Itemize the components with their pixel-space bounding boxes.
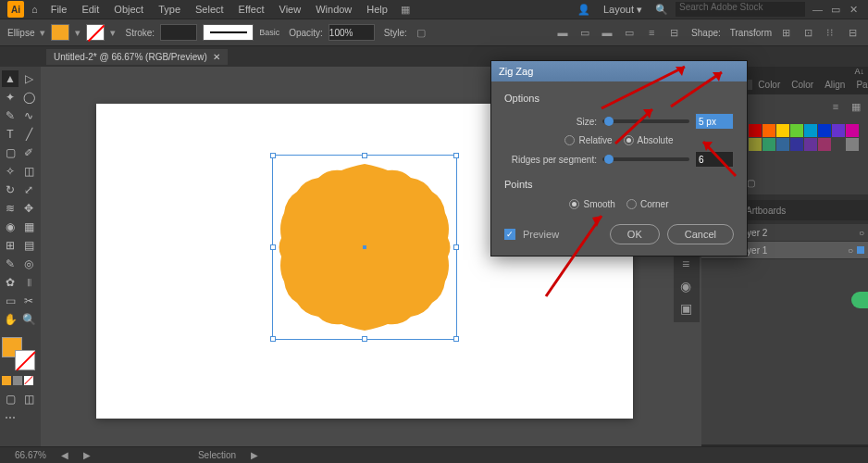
swatch[interactable] [846,124,859,137]
align-icon[interactable]: ▭ [621,24,638,41]
screen-mode-tool[interactable]: ▢ [2,391,19,407]
resize-handle[interactable] [270,153,276,158]
resize-handle[interactable] [453,153,459,158]
free-transform-tool[interactable]: ✥ [20,200,37,217]
minimize-icon[interactable]: — [812,4,824,15]
curvature-tool[interactable]: ∿ [20,107,37,124]
swatch[interactable] [790,124,803,137]
menu-select[interactable]: Select [190,2,229,17]
resize-handle[interactable] [453,336,459,342]
tab-pathfinder[interactable]: Pathfi [850,80,868,90]
align-icon[interactable]: ▭ [577,24,593,41]
tab-artboards[interactable]: Artboards [740,206,791,216]
tab-align[interactable]: Align [819,80,850,90]
line-tool[interactable]: ╱ [20,126,37,143]
zoom-level[interactable]: 66.67% [7,450,54,460]
shaper-tool[interactable]: ✧ [2,163,19,180]
tab-close-icon[interactable]: ✕ [213,52,220,62]
grid-view-icon[interactable]: ▦ [848,98,864,115]
absolute-radio[interactable]: Absolute [624,135,674,145]
resize-handle[interactable] [453,244,459,250]
color-mode-toggles[interactable] [2,376,39,385]
menu-file[interactable]: File [45,2,73,17]
maximize-icon[interactable]: ▭ [831,4,842,15]
eraser-tool[interactable]: ◫ [20,163,37,180]
symbol-tool[interactable]: ✿ [2,274,19,291]
align-icon[interactable]: ▬ [599,24,615,41]
list-view-icon[interactable]: ≡ [827,98,844,115]
scale-tool[interactable]: ⤢ [20,181,37,198]
menu-effect[interactable]: Effect [233,2,270,17]
tab-color2[interactable]: Color [786,80,819,90]
swatch[interactable] [776,124,789,137]
stroke-swatch[interactable] [86,24,105,41]
slice-tool[interactable]: ✂ [20,293,37,309]
swatch[interactable] [832,138,845,151]
smooth-radio[interactable]: Smooth [569,199,614,209]
nav-icon[interactable]: ◀ [54,450,76,460]
swatch[interactable] [763,124,775,137]
size-slider[interactable] [602,119,689,123]
close-icon[interactable]: ✕ [849,4,861,15]
align-left-icon[interactable]: ▬ [554,24,571,41]
menu-help[interactable]: Help [361,2,393,17]
swatch[interactable] [749,124,762,137]
expand-icon[interactable]: ⊟ [844,24,861,41]
graphic-styles-icon[interactable]: ▣ [676,298,696,319]
dropdown-icon[interactable]: ▾ [40,27,45,39]
resize-handle[interactable] [270,336,276,342]
perspective-tool[interactable]: ▦ [20,219,37,235]
swatch[interactable] [776,138,789,151]
fill-stroke-selector[interactable] [2,337,35,370]
resize-handle[interactable] [270,244,276,250]
panel-chevron-icon[interactable]: A↓ [854,67,864,74]
shape-builder-tool[interactable]: ◉ [2,219,19,235]
zoom-tool[interactable]: 🔍 [20,311,37,328]
target-icon[interactable]: ○ [859,228,864,238]
menu-object[interactable]: Object [108,2,149,17]
rectangle-tool[interactable]: ▢ [2,144,19,161]
lasso-tool[interactable]: ◯ [20,89,37,106]
pref-icon[interactable]: ⁝⁝ [822,24,838,41]
swatch[interactable] [804,124,817,137]
search-input[interactable]: Search Adobe Stock [676,2,805,17]
align-icon[interactable]: ≡ [643,24,660,41]
isolate-icon[interactable]: ⊞ [777,24,794,41]
menu-window[interactable]: Window [310,2,357,17]
artboard-tool[interactable]: ▭ [2,293,19,309]
blend-tool[interactable]: ◎ [20,256,37,272]
dialog-titlebar[interactable]: Zig Zag [491,61,747,81]
corner-radio[interactable]: Corner [626,199,669,209]
ok-button[interactable]: OK [610,224,660,244]
nav-icon[interactable]: ▶ [76,450,98,460]
draw-mode-tool[interactable]: ◫ [20,391,37,407]
home-icon[interactable]: ⌂ [31,4,38,15]
swatch[interactable] [846,138,859,151]
appearance-icon[interactable]: ◉ [676,276,696,296]
user-icon[interactable]: 👤 [577,4,590,16]
swatch[interactable] [832,124,845,137]
style-swatch[interactable]: ▢ [413,24,429,41]
stroke-panel-icon[interactable]: ≡ [676,254,696,274]
align-icon[interactable]: ⊟ [665,24,682,41]
preview-checkbox[interactable]: ✓ [504,229,515,240]
grid-icon[interactable]: ▦ [397,1,414,18]
menu-view[interactable]: View [274,2,307,17]
swatch[interactable] [790,138,803,151]
swatch[interactable] [749,138,762,151]
menu-type[interactable]: Type [153,2,186,17]
shape-btn-label[interactable]: Shape: [691,28,721,38]
dropdown-icon[interactable]: ▾ [110,27,116,39]
swatch[interactable] [763,138,775,151]
stroke-color[interactable] [15,350,35,370]
tab-color[interactable]: Color [752,80,786,90]
magic-wand-tool[interactable]: ✦ [2,89,19,106]
relative-radio[interactable]: Relative [564,135,612,145]
nav-icon[interactable]: ▶ [243,450,266,460]
direct-select-tool[interactable]: ▷ [20,70,37,87]
size-input[interactable] [695,113,734,130]
hand-tool[interactable]: ✋ [2,311,19,328]
type-tool[interactable]: T [2,126,19,143]
brush-tool[interactable]: ✐ [20,144,37,161]
share-badge[interactable] [851,292,868,308]
